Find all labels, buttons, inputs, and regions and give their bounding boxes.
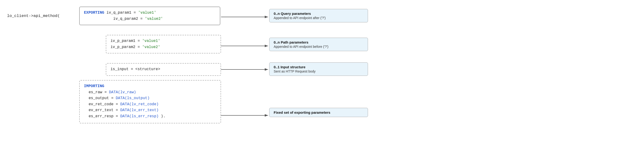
input-box-subtitle: Sent as HTTP Request body (274, 69, 364, 73)
exporting-keyword-line: EXPORTING iv_q_param1 = 'value1' (84, 10, 216, 16)
importing-keyword: IMPORTING (84, 84, 104, 88)
path-box-subtitle: Appended to API endpoint before ('?') (274, 45, 364, 49)
q-param1: iv_q_param1 = 'value1' (106, 11, 156, 15)
input-struct-box: is_input = <structure> (106, 63, 221, 76)
q-param2-line: iv_q_param2 = 'value2' (84, 16, 216, 22)
query-box-subtitle: Appended to API endpoint after ('?') (274, 16, 364, 20)
import-p2: es_output = DATA(ls_output) (84, 95, 216, 101)
exporting-keyword: EXPORTING (84, 11, 104, 15)
importing-box: IMPORTING es_raw = DATA(lv_raw) es_outpu… (79, 80, 221, 123)
diagram: lo_client->api_method( EXPORTING iv_q_pa… (0, 0, 644, 154)
import-p3: ev_ret_code = DATA(lv_ret_code) (84, 101, 216, 108)
importing-keyword-line: IMPORTING (84, 83, 216, 89)
p-param2-line: iv_p_param2 = 'value2' (110, 44, 216, 50)
import-p1: es_raw = DATA(lv_raw) (84, 89, 216, 96)
info-box-input: 0..1 Input structure Sent as HTTP Reques… (269, 62, 368, 76)
input-line: is_input = <structure> (110, 66, 216, 73)
exporting-query-box: EXPORTING iv_q_param1 = 'value1' iv_q_pa… (79, 7, 220, 25)
query-box-title: 0..n Query parameters (274, 12, 364, 16)
fixed-box-title: Fixed set of exporting parameters (274, 110, 364, 114)
prefix-text: lo_client->api_method( (7, 14, 60, 18)
info-box-fixed: Fixed set of exporting parameters (269, 108, 368, 117)
code-prefix: lo_client->api_method( (7, 14, 60, 18)
path-box-title: 0..n Path parameters (274, 40, 364, 44)
path-params-box: iv_p_param1 = 'value1' iv_p_param2 = 'va… (106, 35, 221, 53)
info-box-query: 0..n Query parameters Appended to API en… (269, 9, 368, 22)
info-box-path: 0..n Path parameters Appended to API end… (269, 38, 368, 51)
import-p4: ev_err_text = DATA(lv_err_text) (84, 107, 216, 113)
import-p5: es_err_resp = DATA(ls_err_resp) ). (84, 113, 216, 120)
p-param1-line: iv_p_param1 = 'value1' (110, 38, 216, 44)
input-box-title: 0..1 Input structure (274, 65, 364, 69)
q-param2: iv_q_param2 = 'value2' (113, 17, 163, 21)
